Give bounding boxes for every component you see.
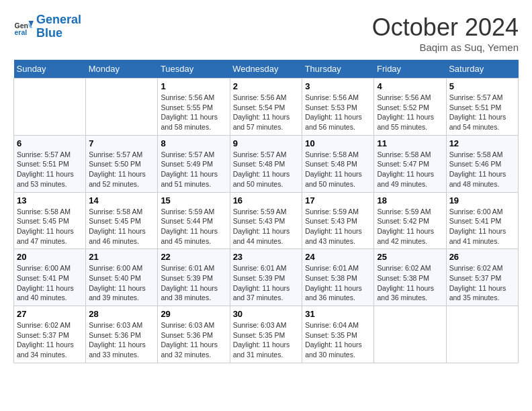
cell-content: Sunrise: 6:01 AM Sunset: 5:39 PM Dayligh… (233, 263, 300, 303)
calendar-cell: 1Sunrise: 5:56 AM Sunset: 5:55 PM Daylig… (158, 79, 230, 136)
calendar-cell: 10Sunrise: 5:58 AM Sunset: 5:48 PM Dayli… (302, 135, 374, 192)
location: Baqim as Suq, Yemen (372, 42, 519, 53)
calendar-cell: 30Sunrise: 6:03 AM Sunset: 5:35 PM Dayli… (230, 306, 302, 363)
day-number: 4 (377, 81, 443, 91)
cell-content: Sunrise: 6:00 AM Sunset: 5:40 PM Dayligh… (89, 263, 154, 303)
day-number: 27 (17, 309, 83, 319)
header-monday: Monday (86, 60, 158, 79)
cell-content: Sunrise: 5:58 AM Sunset: 5:45 PM Dayligh… (17, 207, 83, 246)
calendar-cell: 5Sunrise: 5:57 AM Sunset: 5:51 PM Daylig… (446, 79, 518, 136)
header-wednesday: Wednesday (230, 60, 302, 79)
day-number: 3 (305, 81, 371, 91)
day-number: 8 (161, 138, 226, 148)
cell-content: Sunrise: 6:01 AM Sunset: 5:38 PM Dayligh… (305, 263, 371, 303)
month-title: October 2024 (372, 13, 519, 42)
cell-content: Sunrise: 5:57 AM Sunset: 5:48 PM Dayligh… (233, 150, 300, 189)
calendar-cell: 13Sunrise: 5:58 AM Sunset: 5:45 PM Dayli… (14, 192, 86, 249)
calendar-cell: 29Sunrise: 6:03 AM Sunset: 5:36 PM Dayli… (158, 306, 230, 363)
calendar-cell: 9Sunrise: 5:57 AM Sunset: 5:48 PM Daylig… (230, 135, 302, 192)
cell-content: Sunrise: 5:56 AM Sunset: 5:52 PM Dayligh… (377, 93, 443, 132)
calendar-cell: 24Sunrise: 6:01 AM Sunset: 5:38 PM Dayli… (302, 249, 374, 306)
calendar-cell: 3Sunrise: 5:56 AM Sunset: 5:53 PM Daylig… (302, 79, 374, 136)
calendar-cell: 12Sunrise: 5:58 AM Sunset: 5:46 PM Dayli… (446, 135, 518, 192)
header-thursday: Thursday (302, 60, 374, 79)
header-tuesday: Tuesday (158, 60, 230, 79)
cell-content: Sunrise: 5:58 AM Sunset: 5:47 PM Dayligh… (377, 150, 443, 189)
calendar-cell: 21Sunrise: 6:00 AM Sunset: 5:40 PM Dayli… (86, 249, 158, 306)
day-number: 20 (17, 252, 83, 262)
cell-content: Sunrise: 6:02 AM Sunset: 5:37 PM Dayligh… (449, 263, 515, 303)
calendar-cell: 20Sunrise: 6:00 AM Sunset: 5:41 PM Dayli… (14, 249, 86, 306)
calendar-cell: 8Sunrise: 5:57 AM Sunset: 5:49 PM Daylig… (158, 135, 230, 192)
cell-content: Sunrise: 5:59 AM Sunset: 5:44 PM Dayligh… (161, 207, 226, 246)
calendar-cell (446, 306, 518, 363)
day-number: 28 (89, 309, 154, 319)
day-number: 23 (233, 252, 300, 262)
day-number: 9 (233, 138, 300, 148)
calendar-cell: 22Sunrise: 6:01 AM Sunset: 5:39 PM Dayli… (158, 249, 230, 306)
cell-content: Sunrise: 6:01 AM Sunset: 5:39 PM Dayligh… (161, 263, 226, 303)
day-number: 29 (161, 309, 226, 319)
cell-content: Sunrise: 5:57 AM Sunset: 5:49 PM Dayligh… (161, 150, 226, 189)
day-number: 26 (449, 252, 515, 262)
calendar-cell: 4Sunrise: 5:56 AM Sunset: 5:52 PM Daylig… (374, 79, 446, 136)
calendar-cell: 25Sunrise: 6:02 AM Sunset: 5:38 PM Dayli… (374, 249, 446, 306)
week-row-4: 20Sunrise: 6:00 AM Sunset: 5:41 PM Dayli… (14, 249, 519, 306)
cell-content: Sunrise: 6:00 AM Sunset: 5:41 PM Dayligh… (449, 207, 515, 246)
cell-content: Sunrise: 6:04 AM Sunset: 5:35 PM Dayligh… (305, 320, 371, 360)
page-header: Gen eral General Blue October 2024 Baqim… (13, 13, 519, 53)
day-number: 12 (449, 138, 515, 148)
calendar-cell: 28Sunrise: 6:03 AM Sunset: 5:36 PM Dayli… (86, 306, 158, 363)
calendar-cell: 18Sunrise: 5:59 AM Sunset: 5:42 PM Dayli… (374, 192, 446, 249)
cell-content: Sunrise: 5:56 AM Sunset: 5:55 PM Dayligh… (161, 93, 226, 132)
cell-content: Sunrise: 6:02 AM Sunset: 5:38 PM Dayligh… (377, 263, 443, 303)
cell-content: Sunrise: 5:57 AM Sunset: 5:51 PM Dayligh… (449, 93, 515, 132)
calendar-cell: 11Sunrise: 5:58 AM Sunset: 5:47 PM Dayli… (374, 135, 446, 192)
day-number: 10 (305, 138, 371, 148)
calendar-cell: 7Sunrise: 5:57 AM Sunset: 5:50 PM Daylig… (86, 135, 158, 192)
cell-content: Sunrise: 5:57 AM Sunset: 5:50 PM Dayligh… (89, 150, 154, 189)
calendar-cell: 6Sunrise: 5:57 AM Sunset: 5:51 PM Daylig… (14, 135, 86, 192)
day-number: 30 (233, 309, 300, 319)
logo: Gen eral General Blue (13, 13, 81, 40)
header-saturday: Saturday (446, 60, 518, 79)
cell-content: Sunrise: 5:59 AM Sunset: 5:43 PM Dayligh… (305, 207, 371, 246)
calendar-cell (86, 79, 158, 136)
day-number: 13 (17, 195, 83, 205)
cell-content: Sunrise: 5:59 AM Sunset: 5:43 PM Dayligh… (233, 207, 300, 246)
calendar-cell (374, 306, 446, 363)
cell-content: Sunrise: 6:00 AM Sunset: 5:41 PM Dayligh… (17, 263, 83, 303)
calendar-cell: 15Sunrise: 5:59 AM Sunset: 5:44 PM Dayli… (158, 192, 230, 249)
cell-content: Sunrise: 5:58 AM Sunset: 5:48 PM Dayligh… (305, 150, 371, 189)
day-number: 15 (161, 195, 226, 205)
day-number: 2 (233, 81, 300, 91)
calendar-cell: 16Sunrise: 5:59 AM Sunset: 5:43 PM Dayli… (230, 192, 302, 249)
day-number: 18 (377, 195, 443, 205)
cell-content: Sunrise: 5:58 AM Sunset: 5:45 PM Dayligh… (89, 207, 154, 246)
logo-general: General (36, 13, 81, 26)
logo-blue: Blue (36, 26, 62, 40)
cell-content: Sunrise: 5:58 AM Sunset: 5:46 PM Dayligh… (449, 150, 515, 189)
cell-content: Sunrise: 5:56 AM Sunset: 5:53 PM Dayligh… (305, 93, 371, 132)
calendar-cell: 14Sunrise: 5:58 AM Sunset: 5:45 PM Dayli… (86, 192, 158, 249)
day-number: 11 (377, 138, 443, 148)
day-number: 5 (449, 81, 515, 91)
title-block: October 2024 Baqim as Suq, Yemen (372, 13, 519, 53)
week-row-5: 27Sunrise: 6:02 AM Sunset: 5:37 PM Dayli… (14, 306, 519, 363)
calendar-cell (14, 79, 86, 136)
cell-content: Sunrise: 5:56 AM Sunset: 5:54 PM Dayligh… (233, 93, 300, 132)
header-friday: Friday (374, 60, 446, 79)
day-number: 17 (305, 195, 371, 205)
header-row: SundayMondayTuesdayWednesdayThursdayFrid… (14, 60, 519, 79)
day-number: 22 (161, 252, 226, 262)
day-number: 6 (17, 138, 83, 148)
cell-content: Sunrise: 6:03 AM Sunset: 5:36 PM Dayligh… (161, 320, 226, 360)
calendar-cell: 26Sunrise: 6:02 AM Sunset: 5:37 PM Dayli… (446, 249, 518, 306)
day-number: 31 (305, 309, 371, 319)
day-number: 24 (305, 252, 371, 262)
day-number: 19 (449, 195, 515, 205)
cell-content: Sunrise: 6:03 AM Sunset: 5:35 PM Dayligh… (233, 320, 300, 360)
day-number: 25 (377, 252, 443, 262)
calendar-cell: 19Sunrise: 6:00 AM Sunset: 5:41 PM Dayli… (446, 192, 518, 249)
calendar-table: SundayMondayTuesdayWednesdayThursdayFrid… (13, 60, 519, 363)
